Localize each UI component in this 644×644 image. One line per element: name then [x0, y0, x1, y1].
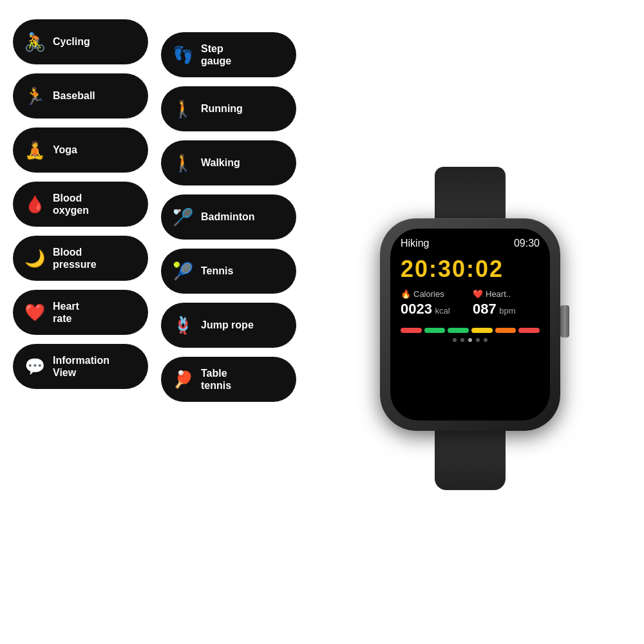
calories-label-row: 🔥 Calories [401, 289, 468, 299]
pill-yoga[interactable]: 🧘 Yoga [13, 128, 148, 173]
pill-tennis[interactable]: 🎾 Tennis [161, 249, 296, 294]
activity-title: Hiking [401, 238, 429, 249]
yoga-label: Yoga [53, 144, 77, 156]
watch-wrapper: Hiking 09:30 20:30:02 🔥 Calories [380, 167, 560, 490]
walking-icon: 🚶 [171, 153, 194, 173]
calories-value: 0023 [401, 301, 432, 317]
progress-seg-1 [401, 328, 422, 333]
timer-display: 20:30:02 [401, 256, 540, 283]
heart-label: Heart.. [486, 289, 511, 299]
cycling-icon: 🚴 [23, 32, 46, 53]
pill-cycling[interactable]: 🚴 Cycling [13, 19, 148, 64]
screen-header: Hiking 09:30 [401, 238, 540, 249]
progress-seg-2 [424, 328, 446, 333]
watch-screen: Hiking 09:30 20:30:02 🔥 Calories [390, 229, 550, 421]
step-gauge-icon: 👣 [171, 45, 194, 65]
heart-metric: ❤️ Heart.. 087 bpm [473, 289, 540, 317]
tennis-label: Tennis [201, 265, 233, 277]
pill-blood-pressure[interactable]: 🌙 Blood pressure [13, 236, 148, 281]
badminton-icon: 🏸 [171, 207, 194, 227]
heart-rate-icon: ❤️ [23, 303, 46, 323]
calories-metric: 🔥 Calories 0023 kcal [401, 289, 468, 317]
table-tennis-label: Table tennis [201, 367, 231, 392]
blood-oxygen-label: Blood oxygen [53, 192, 89, 216]
current-time: 09:30 [514, 238, 540, 249]
step-gauge-label: Step gauge [201, 43, 231, 67]
running-label: Running [201, 102, 243, 115]
progress-seg-3 [448, 328, 469, 333]
jump-rope-label: Jump rope [201, 319, 254, 331]
heart-value-row: 087 bpm [473, 301, 540, 317]
information-view-icon: 💬 [23, 357, 46, 377]
pill-information-view[interactable]: 💬 Information View [13, 344, 148, 389]
heart-label-row: ❤️ Heart.. [473, 289, 540, 299]
page-dot-2 [460, 338, 464, 342]
progress-seg-5 [495, 328, 516, 333]
pill-blood-oxygen[interactable]: 🩸 Blood oxygen [13, 182, 148, 227]
jump-rope-icon: 🪢 [171, 316, 194, 336]
badminton-label: Badminton [201, 211, 255, 223]
calories-label: Calories [413, 289, 444, 299]
pill-baseball[interactable]: 🏃 Baseball [13, 73, 148, 118]
pill-heart-rate[interactable]: ❤️ Heart rate [13, 290, 148, 335]
blood-oxygen-icon: 🩸 [23, 194, 46, 214]
pill-running[interactable]: 🚶 Running [161, 86, 296, 131]
heart-rate-label: Heart rate [53, 300, 79, 325]
watch-body: Hiking 09:30 20:30:02 🔥 Calories [380, 218, 560, 431]
main-container: 🚴 Cycling 🏃 Baseball 🧘 Yoga 🩸 Blood oxyg… [0, 0, 644, 644]
calories-unit: kcal [435, 306, 450, 316]
heart-icon: ❤️ [473, 289, 483, 299]
page-dot-1 [453, 338, 457, 342]
progress-bar-row [401, 328, 540, 333]
baseball-icon: 🏃 [23, 86, 46, 106]
page-dot-3 [468, 338, 472, 342]
heart-unit: bpm [499, 306, 515, 316]
baseball-label: Baseball [53, 90, 95, 102]
pill-badminton[interactable]: 🏸 Badminton [161, 194, 296, 240]
progress-seg-4 [471, 328, 493, 333]
watch-band-top [435, 167, 506, 225]
running-icon: 🚶 [171, 99, 194, 119]
heart-value: 087 [473, 301, 497, 317]
information-view-label: Information View [53, 354, 109, 379]
pill-walking[interactable]: 🚶 Walking [161, 140, 296, 185]
calories-value-row: 0023 kcal [401, 301, 468, 317]
cycling-label: Cycling [53, 35, 90, 48]
dot-row [401, 338, 540, 342]
screen-content: Hiking 09:30 20:30:02 🔥 Calories [390, 229, 550, 421]
watch-band-bottom [435, 426, 506, 490]
page-dot-5 [484, 338, 488, 342]
walking-label: Walking [201, 156, 240, 169]
table-tennis-icon: 🏓 [171, 370, 194, 390]
blood-pressure-icon: 🌙 [23, 249, 46, 269]
fire-icon: 🔥 [401, 289, 411, 299]
metrics-row: 🔥 Calories 0023 kcal ❤️ [401, 289, 540, 317]
watch-section: Hiking 09:30 20:30:02 🔥 Calories [309, 19, 631, 625]
progress-seg-6 [518, 328, 540, 333]
watch-crown [560, 305, 569, 337]
right-feature-column: 👣 Step gauge 🚶 Running 🚶 Walking 🏸 Badmi… [161, 32, 296, 625]
pill-jump-rope[interactable]: 🪢 Jump rope [161, 303, 296, 348]
left-feature-column: 🚴 Cycling 🏃 Baseball 🧘 Yoga 🩸 Blood oxyg… [13, 19, 148, 625]
page-dot-4 [476, 338, 480, 342]
yoga-icon: 🧘 [23, 140, 46, 160]
pill-step-gauge[interactable]: 👣 Step gauge [161, 32, 296, 77]
tennis-icon: 🎾 [171, 261, 194, 281]
blood-pressure-label: Blood pressure [53, 246, 97, 270]
pill-table-tennis[interactable]: 🏓 Table tennis [161, 357, 296, 402]
